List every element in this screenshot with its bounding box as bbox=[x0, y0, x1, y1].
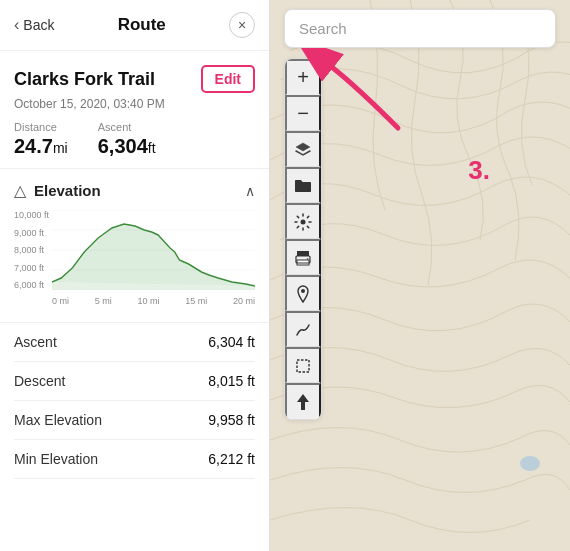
search-placeholder: Search bbox=[299, 20, 347, 37]
map-toolbar: + − bbox=[284, 58, 322, 420]
print-button[interactable] bbox=[285, 239, 321, 275]
stats-list: Ascent 6,304 ft Descent 8,015 ft Max Ele… bbox=[0, 323, 269, 479]
ascent-label: Ascent bbox=[98, 121, 156, 133]
y-label-3: 7,000 ft bbox=[14, 263, 49, 273]
trail-name: Clarks Fork Trail bbox=[14, 69, 155, 90]
svg-point-10 bbox=[307, 258, 309, 260]
left-panel: ‹ Back Route × Clarks Fork Trail Edit Oc… bbox=[0, 0, 270, 551]
stat-value-max-elev: 9,958 ft bbox=[208, 412, 255, 428]
y-label-0: 10,000 ft bbox=[14, 210, 49, 220]
chart-x-labels: 0 mi 5 mi 10 mi 15 mi 20 mi bbox=[14, 296, 255, 306]
stat-label-min-elev: Min Elevation bbox=[14, 451, 98, 467]
folder-icon bbox=[294, 178, 312, 194]
x-label-0: 0 mi bbox=[52, 296, 69, 306]
settings-icon bbox=[294, 213, 312, 231]
close-icon: × bbox=[238, 17, 246, 33]
map-panel: Search + − bbox=[270, 0, 570, 551]
elevation-chart: 10,000 ft 9,000 ft 8,000 ft 7,000 ft 6,0… bbox=[14, 210, 255, 310]
folder-button[interactable] bbox=[285, 167, 321, 203]
stat-label-max-elev: Max Elevation bbox=[14, 412, 102, 428]
settings-button[interactable] bbox=[285, 203, 321, 239]
distance-value: 24.7mi bbox=[14, 135, 68, 158]
stat-row-descent: Descent 8,015 ft bbox=[14, 362, 255, 401]
x-label-4: 20 mi bbox=[233, 296, 255, 306]
trail-date: October 15, 2020, 03:40 PM bbox=[14, 97, 255, 111]
edit-button[interactable]: Edit bbox=[201, 65, 255, 93]
trail-stats: Distance 24.7mi Ascent 6,304ft bbox=[14, 121, 255, 158]
y-label-1: 9,000 ft bbox=[14, 228, 49, 238]
elevation-svg bbox=[52, 210, 255, 290]
stat-row-ascent: Ascent 6,304 ft bbox=[14, 323, 255, 362]
svg-point-11 bbox=[301, 289, 305, 293]
x-label-1: 5 mi bbox=[95, 296, 112, 306]
distance-label: Distance bbox=[14, 121, 68, 133]
stat-row-min-elev: Min Elevation 6,212 ft bbox=[14, 440, 255, 479]
select-icon bbox=[294, 357, 312, 375]
stat-value-descent: 8,015 ft bbox=[208, 373, 255, 389]
back-button[interactable]: ‹ Back bbox=[14, 16, 54, 34]
stat-label-ascent: Ascent bbox=[14, 334, 57, 350]
svg-marker-5 bbox=[52, 224, 255, 290]
close-button[interactable]: × bbox=[229, 12, 255, 38]
svg-point-6 bbox=[301, 219, 306, 224]
waypoint-icon bbox=[295, 393, 311, 411]
x-label-3: 15 mi bbox=[185, 296, 207, 306]
elevation-section: △ Elevation ∧ 10,000 ft 9,000 ft 8,000 f… bbox=[0, 169, 269, 323]
trail-info: Clarks Fork Trail Edit October 15, 2020,… bbox=[0, 51, 269, 169]
stat-label-descent: Descent bbox=[14, 373, 65, 389]
distance-stat: Distance 24.7mi bbox=[14, 121, 68, 158]
y-label-4: 6,000 ft bbox=[14, 280, 49, 290]
back-arrow-icon: ‹ bbox=[14, 16, 19, 34]
svg-rect-7 bbox=[297, 251, 309, 256]
svg-rect-12 bbox=[297, 360, 309, 372]
chart-y-labels: 10,000 ft 9,000 ft 8,000 ft 7,000 ft 6,0… bbox=[14, 210, 49, 290]
elevation-title: Elevation bbox=[34, 182, 101, 199]
ascent-value: 6,304ft bbox=[98, 135, 156, 158]
back-label: Back bbox=[23, 17, 54, 33]
stat-value-min-elev: 6,212 ft bbox=[208, 451, 255, 467]
zoom-out-button[interactable]: − bbox=[285, 95, 321, 131]
search-bar[interactable]: Search bbox=[284, 9, 556, 48]
ascent-stat: Ascent 6,304ft bbox=[98, 121, 156, 158]
location-icon bbox=[295, 285, 311, 303]
mountain-icon: △ bbox=[14, 181, 26, 200]
y-label-2: 8,000 ft bbox=[14, 245, 49, 255]
location-button[interactable] bbox=[285, 275, 321, 311]
zoom-in-button[interactable]: + bbox=[285, 59, 321, 95]
panel-title: Route bbox=[62, 15, 221, 35]
chevron-up-icon[interactable]: ∧ bbox=[245, 183, 255, 199]
elevation-title-row: △ Elevation bbox=[14, 181, 101, 200]
panel-header: ‹ Back Route × bbox=[0, 0, 269, 51]
layers-icon bbox=[294, 141, 312, 159]
layers-button[interactable] bbox=[285, 131, 321, 167]
trail-name-row: Clarks Fork Trail Edit bbox=[14, 65, 255, 93]
x-label-2: 10 mi bbox=[137, 296, 159, 306]
stat-value-ascent: 6,304 ft bbox=[208, 334, 255, 350]
select-button[interactable] bbox=[285, 347, 321, 383]
lake-marker bbox=[520, 456, 540, 471]
print-icon bbox=[294, 249, 312, 267]
waypoint-button[interactable] bbox=[285, 383, 321, 419]
stat-row-max-elev: Max Elevation 9,958 ft bbox=[14, 401, 255, 440]
route-draw-button[interactable] bbox=[285, 311, 321, 347]
svg-marker-13 bbox=[297, 394, 309, 410]
elevation-header: △ Elevation ∧ bbox=[14, 181, 255, 200]
route-draw-icon bbox=[294, 321, 312, 339]
